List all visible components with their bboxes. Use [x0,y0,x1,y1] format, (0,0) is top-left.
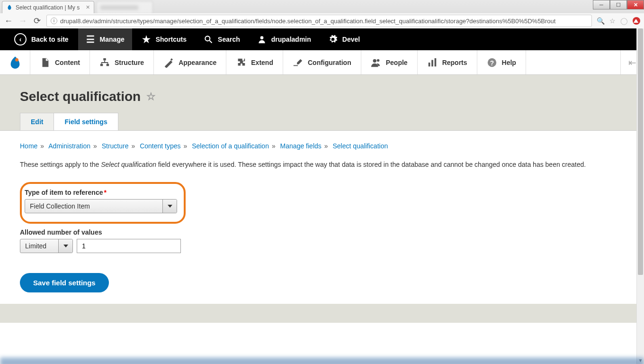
star-icon: ★ [142,35,151,44]
breadcrumb-current[interactable]: Select qualification [332,142,388,150]
breadcrumb-administration[interactable]: Administration [48,142,90,150]
menu-structure[interactable]: Structure [90,50,154,74]
svg-rect-5 [100,64,103,66]
shortcuts-label: Shortcuts [156,36,187,43]
desc-pre: These settings apply to the [20,161,101,168]
breadcrumb-selection[interactable]: Selection of a qualification [192,142,269,150]
allowed-values-label: Allowed number of values [20,228,624,236]
page-body: Select qualification ☆ Edit Field settin… [0,75,644,323]
menu-appearance-label: Appearance [179,59,216,66]
browser-tab-inactive[interactable] [96,1,153,13]
browser-tab-title: Select qualification | My s [16,4,80,11]
window-close-button[interactable]: ✕ [627,0,644,9]
vertical-scrollbar[interactable]: ▲ ▼ [636,28,644,364]
user-icon [257,35,267,44]
browser-forward-button[interactable]: → [18,16,27,26]
chevron-down-icon [58,239,72,253]
drupal-favicon-icon [6,4,13,11]
svg-point-8 [373,59,376,62]
menu-reports-label: Reports [442,59,467,66]
zoom-icon[interactable]: 🔍 [597,17,605,25]
manage-label: Manage [100,36,125,43]
browser-back-button[interactable]: ← [4,16,13,26]
type-label-text: Type of item to reference [25,189,103,196]
back-to-site-button[interactable]: ‹ Back to site [7,28,76,50]
cardinality-number-input[interactable] [77,239,181,253]
svg-text:?: ? [490,59,493,66]
chevron-left-icon: ‹ [14,33,27,46]
svg-point-9 [377,59,380,62]
desc-em: Select qualification [101,161,156,168]
local-tabs: Edit Field settings [0,113,644,130]
menu-extend-label: Extend [251,59,273,66]
content-region: Home» Administration» Structure» Content… [0,130,644,304]
devel-label: Devel [342,36,360,43]
search-icon [204,35,213,44]
type-of-item-label: Type of item to reference* [25,189,177,196]
menu-content[interactable]: Content [30,50,90,74]
menu-structure-label: Structure [115,59,144,66]
tab-field-settings[interactable]: Field settings [54,113,118,130]
user-button[interactable]: drupaladmin [250,28,319,50]
search-label: Search [218,36,240,43]
address-bar[interactable]: i drupal8.dev/admin/structure/types/mana… [46,15,592,27]
desc-post: field everywhere it is used. These setti… [156,161,586,168]
chevron-down-icon [162,200,177,213]
svg-line-1 [210,41,212,43]
extension-icon[interactable]: ◯ [620,17,628,25]
url-text: drupal8.dev/admin/structure/types/manage… [60,18,555,25]
back-to-site-label: Back to site [31,36,69,43]
cardinality-value: Limited [20,239,58,253]
window-maximize-button[interactable]: ☐ [610,0,627,9]
devel-button[interactable]: Devel [321,28,367,50]
menu-appearance[interactable]: Appearance [154,50,226,74]
shortcut-star-icon[interactable]: ☆ [146,91,156,103]
required-marker-icon: * [104,189,106,196]
search-button[interactable]: Search [196,28,248,50]
breadcrumb-content-types[interactable]: Content types [140,142,180,150]
scrollbar-thumb[interactable] [638,28,643,275]
browser-tab-active[interactable]: Select qualification | My s ✕ [2,1,94,13]
os-taskbar [0,357,644,364]
menu-configuration[interactable]: Configuration [283,50,361,74]
svg-rect-7 [170,58,173,60]
page-title: Select qualification ☆ [20,89,156,104]
svg-point-0 [205,36,210,41]
adblock-icon[interactable] [633,17,640,25]
menu-reports[interactable]: Reports [418,50,477,74]
manage-button[interactable]: ☰ Manage [78,28,132,50]
menu-extend[interactable]: Extend [226,50,283,74]
type-of-item-value: Field Collection Item [25,200,162,213]
svg-rect-4 [103,58,106,60]
breadcrumb: Home» Administration» Structure» Content… [20,142,624,150]
breadcrumb-structure[interactable]: Structure [102,142,129,150]
admin-toolbar: ‹ Back to site ☰ Manage ★ Shortcuts Sear… [0,28,644,50]
window-controls: ─ ☐ ✕ [593,0,644,9]
gear-icon [328,35,338,44]
svg-rect-12 [434,58,436,66]
menu-help[interactable]: ? Help [477,50,526,74]
tab-close-icon[interactable]: ✕ [86,4,90,10]
cardinality-select[interactable]: Limited [20,239,73,253]
hamburger-icon: ☰ [86,35,95,44]
drupal-logo[interactable] [0,50,30,74]
svg-point-3 [15,58,18,61]
shortcuts-button[interactable]: ★ Shortcuts [134,28,194,50]
browser-reload-button[interactable]: ⟳ [32,16,42,26]
svg-rect-6 [107,64,109,66]
site-info-icon[interactable]: i [51,18,57,24]
menu-people[interactable]: People [361,50,418,74]
admin-secondary-menu: Content Structure Appearance Extend Conf… [0,50,644,75]
breadcrumb-home[interactable]: Home [20,142,37,150]
window-minimize-button[interactable]: ─ [593,0,610,9]
menu-people-label: People [386,59,408,66]
breadcrumb-manage-fields[interactable]: Manage fields [280,142,322,150]
svg-rect-10 [428,63,430,66]
browser-chrome: ─ ☐ ✕ Select qualification | My s ✕ ← → … [0,0,644,28]
tab-edit[interactable]: Edit [20,113,54,130]
svg-point-2 [260,36,263,39]
bookmark-star-icon[interactable]: ☆ [609,17,616,25]
field-description: These settings apply to the Select quali… [20,159,624,170]
type-of-item-select[interactable]: Field Collection Item [25,199,177,213]
save-field-settings-button[interactable]: Save field settings [20,273,109,292]
